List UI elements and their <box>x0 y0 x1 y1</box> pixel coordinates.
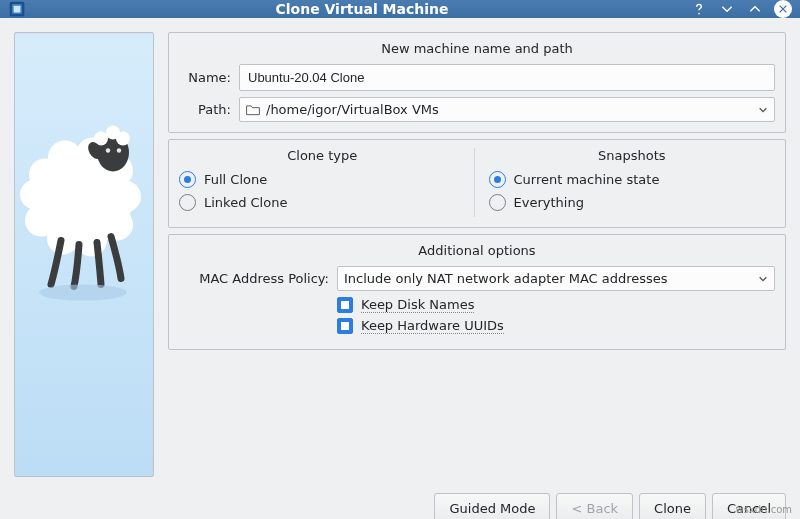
maximize-button[interactable] <box>746 0 764 18</box>
minimize-button[interactable] <box>718 0 736 18</box>
radio-label-everything: Everything <box>514 195 584 210</box>
group-title-name-path: New machine name and path <box>179 41 775 56</box>
help-button[interactable] <box>690 0 708 18</box>
window-title: Clone Virtual Machine <box>34 1 690 17</box>
chevron-down-icon <box>758 274 768 284</box>
virtualbox-icon <box>8 0 26 18</box>
folder-icon <box>246 104 260 116</box>
mac-policy-label: MAC Address Policy: <box>179 271 329 286</box>
svg-point-20 <box>116 132 130 146</box>
dialog-window: Clone Virtual Machine <box>0 0 800 519</box>
group-name-path: New machine name and path Name: Path: /h… <box>168 32 786 133</box>
titlebar: Clone Virtual Machine <box>0 0 800 18</box>
radio-everything[interactable]: Everything <box>489 194 776 211</box>
path-value: /home/igor/VirtualBox VMs <box>266 102 752 117</box>
group-title-snapshots: Snapshots <box>489 148 776 163</box>
svg-point-22 <box>106 148 110 152</box>
mac-policy-select[interactable]: Include only NAT network adapter MAC add… <box>337 266 775 291</box>
app-icon <box>8 0 34 18</box>
radio-full-clone[interactable]: Full Clone <box>179 171 466 188</box>
watermark: wsxdn.com <box>735 504 792 515</box>
group-title-additional: Additional options <box>179 243 775 258</box>
name-input[interactable] <box>239 64 775 91</box>
check-label-keep-disk: Keep Disk Names <box>361 297 474 313</box>
svg-point-3 <box>698 13 700 15</box>
back-button[interactable]: < Back <box>556 493 633 519</box>
radio-label-full: Full Clone <box>204 172 267 187</box>
close-button[interactable] <box>774 0 792 18</box>
guided-mode-button[interactable]: Guided Mode <box>434 493 550 519</box>
radio-label-current: Current machine state <box>514 172 660 187</box>
check-keep-disk-names[interactable]: Keep Disk Names <box>337 297 775 313</box>
svg-point-16 <box>20 180 50 210</box>
wizard-illustration <box>14 32 154 477</box>
group-additional: Additional options MAC Address Policy: I… <box>168 234 786 350</box>
dialog-footer: Guided Mode < Back Clone Cancel <box>0 485 800 519</box>
path-select[interactable]: /home/igor/VirtualBox VMs <box>239 97 775 122</box>
group-clone-snapshots: Clone type Full Clone Linked Clone <box>168 139 786 228</box>
radio-linked-clone[interactable]: Linked Clone <box>179 194 466 211</box>
svg-rect-2 <box>14 6 21 13</box>
svg-point-15 <box>25 205 57 237</box>
radio-current-state[interactable]: Current machine state <box>489 171 776 188</box>
name-label: Name: <box>179 70 231 85</box>
svg-point-24 <box>39 285 127 301</box>
check-keep-hardware-uuids[interactable]: Keep Hardware UUIDs <box>337 318 775 334</box>
svg-point-23 <box>117 148 121 152</box>
check-label-keep-uuid: Keep Hardware UUIDs <box>361 318 504 334</box>
mac-policy-value: Include only NAT network adapter MAC add… <box>344 271 752 286</box>
path-label: Path: <box>179 102 231 117</box>
radio-label-linked: Linked Clone <box>204 195 287 210</box>
group-title-clone-type: Clone type <box>179 148 466 163</box>
chevron-down-icon <box>758 105 768 115</box>
svg-point-11 <box>109 181 141 213</box>
clone-button[interactable]: Clone <box>639 493 706 519</box>
